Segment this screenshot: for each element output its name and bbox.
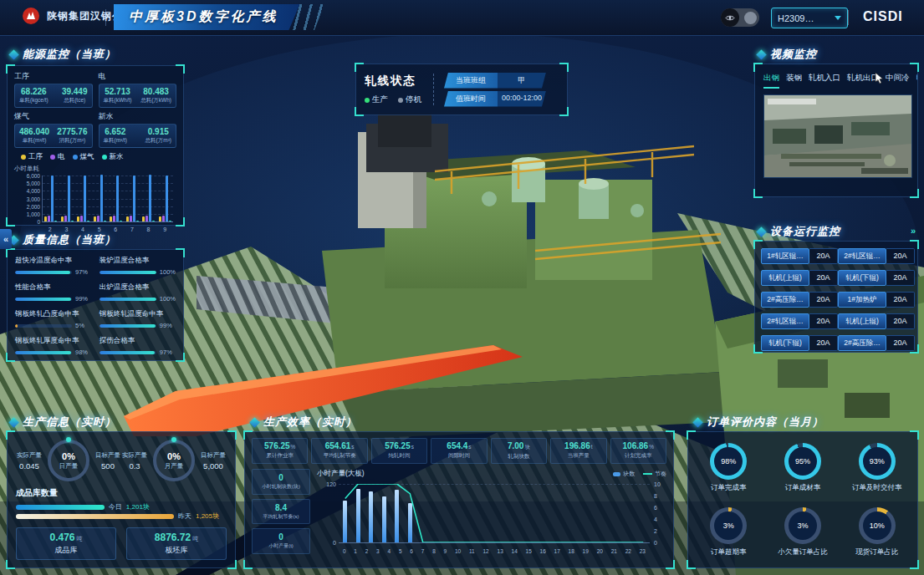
corner-decoration bbox=[753, 344, 763, 354]
chart-bar bbox=[133, 176, 135, 221]
hourly-chart-legend: 块数 节奏 bbox=[613, 470, 666, 478]
energy-group: 煤气486.040单耗(m³/t)2775.76消耗(万m³) bbox=[14, 110, 93, 148]
quality-progress-grid: 超快冷温度命中率97%装炉温度合格率100%性能合格率99%出炉温度合格率100… bbox=[15, 256, 176, 356]
energy-value: 52.713 bbox=[104, 87, 132, 96]
status-legend-label: 停机 bbox=[406, 94, 421, 105]
video-feed-image bbox=[764, 95, 911, 177]
chart-bar bbox=[80, 216, 83, 221]
stat-label: 轧制块数 bbox=[493, 453, 545, 461]
equipment-label-button[interactable]: 2#轧区辊… bbox=[838, 248, 886, 264]
right-y-tick: 8 bbox=[654, 493, 657, 499]
quality-item: 装炉温度合格率100% bbox=[100, 256, 176, 276]
chart-bar bbox=[77, 216, 79, 221]
section-title-text: 生产效率（实时） bbox=[263, 415, 357, 430]
gauge-side-label: 目标产量 bbox=[95, 451, 120, 460]
equipment-label-button[interactable]: 2#轧区辊… bbox=[761, 313, 809, 329]
video-tab-1[interactable]: 出钢 bbox=[763, 73, 779, 89]
equipment-label-button[interactable]: 轧机(下辊) bbox=[838, 270, 886, 286]
energy-group: 电52.713单耗(kWh/t)80.483总耗(万kWh) bbox=[99, 70, 177, 108]
chart-bar bbox=[113, 216, 115, 221]
quality-label: 出炉温度合格率 bbox=[100, 282, 176, 293]
video-tab-3[interactable]: 轧机入口 bbox=[809, 73, 840, 89]
gauge-side-value: 5,000 bbox=[201, 461, 226, 471]
equipment-label-button[interactable]: 2#高压除… bbox=[761, 292, 809, 308]
legend-dot bbox=[21, 155, 26, 160]
corner-decoration bbox=[243, 560, 253, 569]
video-tab-5[interactable]: 中间冷 bbox=[886, 73, 910, 89]
chart-bar bbox=[126, 216, 129, 221]
section-title-text: 订单评价内容（当月） bbox=[707, 415, 824, 430]
gauge-side-value: 0.045 bbox=[17, 461, 42, 471]
efficiency-side-box: 0小时产量(t) bbox=[252, 528, 310, 554]
progress-percent: 99% bbox=[160, 322, 172, 329]
equipment-pair: 轧机(上辊)20A bbox=[838, 313, 915, 329]
order-donut-cell: 98%订单完成率 bbox=[693, 439, 764, 496]
gauge-name: 月产量 bbox=[165, 462, 184, 471]
hourly-chart-header: 小时产量(大板) 块数 节奏 bbox=[317, 469, 666, 479]
chart-bar bbox=[68, 176, 70, 221]
gauge-right: 目标产量500 bbox=[95, 451, 120, 471]
legend-label: 电 bbox=[58, 152, 65, 162]
corner-decoration bbox=[687, 560, 696, 569]
x-tick-label: 4 bbox=[388, 548, 391, 554]
energy-value: 2775.76 bbox=[57, 127, 87, 136]
stock-card-unit: 吨 bbox=[192, 536, 198, 542]
equipment-label-button[interactable]: 轧机(上辊) bbox=[761, 270, 809, 286]
energy-value: 68.226 bbox=[19, 87, 48, 96]
efficiency-stat-card: 576.25s纯轧时间 bbox=[371, 438, 427, 464]
energy-unit: 总耗(tce) bbox=[62, 97, 88, 104]
equipment-current-value: 20A bbox=[809, 248, 838, 264]
visibility-toggle[interactable] bbox=[721, 8, 759, 27]
equipment-label-button[interactable]: 轧机(上辊) bbox=[838, 313, 886, 329]
stat-value: 654.4s bbox=[432, 441, 485, 450]
x-tick-label: 1 bbox=[354, 548, 357, 554]
quality-label: 钢板终轧凸度命中率 bbox=[15, 309, 89, 319]
energy-value: 6.652 bbox=[104, 127, 128, 136]
production-gauge-group: 实际产量0.30%月产量目标产量5,000 bbox=[122, 440, 226, 481]
order-donut-cell: 3%订单超期率 bbox=[693, 503, 764, 561]
chart-bar bbox=[130, 216, 132, 221]
progress-track bbox=[15, 271, 72, 274]
device-select-dropdown[interactable]: H2309… bbox=[771, 8, 848, 28]
collapse-left-handle[interactable]: « bbox=[0, 229, 12, 249]
equipment-label-button[interactable]: 1#加热炉 bbox=[838, 292, 886, 308]
energy-card: 68.226单耗(kgce/t)39.449总耗(tce) bbox=[14, 84, 93, 108]
expand-right-handle[interactable]: » bbox=[911, 226, 916, 236]
gauge-percent: 0% bbox=[62, 451, 75, 461]
energy-group-label: 电 bbox=[99, 71, 177, 82]
x-tick-label: 12 bbox=[483, 548, 489, 554]
legend-label: 煤气 bbox=[80, 152, 94, 162]
x-tick-label: 14 bbox=[512, 548, 518, 554]
stock-bar-label: 昨天 bbox=[178, 511, 191, 521]
video-tab-6[interactable]: 电加热 bbox=[916, 73, 918, 89]
legend-item: 工序 bbox=[21, 152, 43, 162]
quality-label: 钢板终轧厚度命中率 bbox=[15, 336, 89, 346]
equipment-label-button[interactable]: 轧机(下辊) bbox=[761, 335, 809, 351]
x-tick-label: 8 bbox=[147, 226, 151, 232]
device-select-value: H2309… bbox=[778, 13, 814, 23]
video-tab-2[interactable]: 装钢 bbox=[786, 73, 802, 89]
status-badges: 当班班组甲值班时间00:00-12:00 bbox=[444, 70, 546, 109]
energy-value: 0.915 bbox=[145, 127, 171, 136]
x-tick-label: 3 bbox=[376, 548, 380, 554]
x-tick-label: 22 bbox=[625, 548, 631, 554]
x-tick-label: 2 bbox=[365, 548, 369, 554]
energy-card-cell: 486.040单耗(m³/t) bbox=[19, 127, 49, 145]
energy-group: 新水6.652单耗(m³/t)0.915总耗(万m³) bbox=[99, 110, 177, 148]
x-tick-label: 23 bbox=[640, 548, 646, 554]
order-donut: 98% bbox=[710, 443, 747, 480]
stock-card-label: 板坯库 bbox=[166, 545, 188, 556]
progress-percent: 99% bbox=[75, 295, 88, 303]
energy-group-label: 煤气 bbox=[14, 111, 93, 122]
corner-decoration bbox=[6, 560, 15, 569]
progress-percent: 97% bbox=[75, 268, 88, 276]
energy-value: 80.483 bbox=[140, 87, 171, 96]
efficiency-side-box: 8.4平均轧制节奏(s) bbox=[252, 499, 310, 525]
equipment-label-button[interactable]: 2#高压除… bbox=[838, 335, 886, 351]
gauge-left: 实际产量0.045 bbox=[17, 451, 42, 471]
chart-bar bbox=[71, 221, 74, 221]
energy-hourly-chart: 小时单耗 01,0002,0003,0004,0005,0006,000 234… bbox=[14, 165, 176, 232]
status-legend: 生产停机 bbox=[365, 94, 421, 105]
corner-decoration bbox=[6, 353, 15, 362]
equipment-label-button[interactable]: 1#轧区辊… bbox=[761, 248, 809, 264]
